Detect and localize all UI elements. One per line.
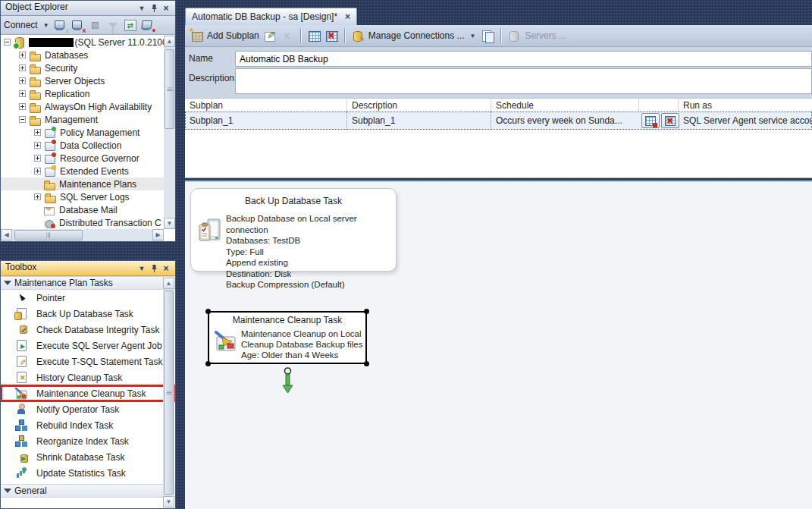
remove-schedule-icon[interactable] — [324, 29, 338, 42]
disconnect-database-button[interactable]: ● — [140, 18, 155, 33]
selection-handle[interactable] — [364, 361, 369, 366]
expand-icon[interactable] — [19, 52, 26, 58]
pin-icon[interactable] — [148, 263, 160, 274]
tree-item-data-collection[interactable]: Data Collection — [1, 139, 175, 152]
manage-connections-icon[interactable] — [351, 29, 365, 42]
toolbox-scrollbar[interactable]: ▲ ▼ — [163, 278, 174, 507]
connect-button[interactable]: Connect — [4, 20, 38, 30]
subplan-properties-icon[interactable] — [263, 29, 277, 42]
connect-dropdown-icon[interactable]: ▼ — [42, 22, 51, 29]
tree-item-maintenance-plans[interactable]: Maintenance Plans — [1, 178, 175, 190]
add-subplan-button[interactable]: Add Subplan — [207, 30, 259, 41]
window-position-icon[interactable]: ▼ — [136, 3, 148, 14]
manage-connections-button[interactable]: Manage Connections ... — [368, 30, 465, 41]
subplan-schedule-icon[interactable] — [307, 29, 321, 42]
toolbox-item-reorganize-index-task[interactable]: Reorganize Index Task — [1, 433, 175, 449]
precedence-arrow-icon[interactable] — [281, 367, 294, 397]
toolbox-item-rebuild-index-task[interactable]: Rebuild Index Task — [1, 417, 175, 433]
window-position-icon[interactable]: ▼ — [136, 263, 148, 274]
disconnect-server-button[interactable]: x — [71, 18, 86, 33]
cell-subplan[interactable]: Subplan_1 — [185, 112, 347, 130]
scroll-up-icon[interactable]: ▲ — [163, 278, 174, 289]
scroll-right-icon[interactable]: ▶ — [152, 229, 164, 240]
description-input[interactable] — [235, 68, 812, 94]
cell-description[interactable]: Subplan_1 — [347, 112, 491, 130]
scroll-down-icon[interactable]: ▼ — [164, 218, 175, 229]
toolbox-item-notify-operator-task[interactable]: Notify Operator Task — [1, 401, 175, 417]
expand-icon[interactable] — [34, 129, 41, 136]
collapse-icon[interactable] — [19, 116, 26, 123]
add-subplan-icon[interactable] — [190, 29, 203, 42]
tree-item-databases[interactable]: Databases — [1, 49, 175, 61]
remove-schedule-button[interactable] — [661, 113, 679, 128]
tree-horizontal-scrollbar[interactable]: ◀ ▶ — [1, 229, 164, 241]
connect-server-button[interactable]: ↓ — [53, 18, 68, 33]
maintenance-cleanup-task-box[interactable]: Maintenance Cleanup Task Maintenance Cle… — [208, 311, 367, 364]
toolbox-item-check-database-integrity-task[interactable]: Check Database Integrity Task — [1, 322, 175, 338]
expand-icon[interactable] — [19, 64, 26, 71]
tree-item-policy-management[interactable]: Policy Management — [1, 126, 175, 139]
toolbox-item-backup-database-task[interactable]: Back Up Database Task — [1, 306, 175, 322]
expand-icon[interactable] — [34, 142, 41, 149]
cell-schedule[interactable]: Occurs every week on Sunda... — [491, 112, 639, 130]
expand-icon[interactable] — [34, 155, 41, 162]
tree-item-security[interactable]: Security — [1, 61, 175, 74]
selection-handle[interactable] — [205, 361, 211, 366]
toolbox-item-shrink-database-task[interactable]: Shrink Database Task — [1, 449, 175, 465]
scroll-up-icon[interactable]: ▲ — [164, 36, 175, 47]
toolbox-titlebar[interactable]: Toolbox ▼ × — [1, 261, 175, 276]
toolbox-item-execute-tsql-statement[interactable]: Execute T-SQL Statement Task — [1, 353, 175, 369]
tree-item-extended-events[interactable]: Extended Events — [1, 165, 175, 178]
task-detail: Append existing — [226, 257, 396, 269]
expand-icon[interactable] — [34, 193, 41, 200]
tree-item-database-mail[interactable]: Database Mail — [1, 203, 175, 216]
toolbox-item-execute-sql-agent-job[interactable]: Execute SQL Server Agent Job ... — [1, 338, 175, 353]
toolbox-item-maintenance-cleanup-task[interactable]: Maintenance Cleanup Task — [1, 385, 175, 401]
design-surface[interactable]: Back Up Database Task Ba — [185, 182, 812, 509]
close-icon[interactable]: × — [160, 263, 172, 274]
toolbox-item-history-cleanup-task[interactable]: History Cleanup Task — [1, 369, 175, 385]
tree-item-distributed-transaction[interactable]: Distributed Transaction C — [1, 216, 175, 229]
column-header-run-as[interactable]: Run as — [679, 99, 812, 112]
expand-icon[interactable] — [19, 90, 26, 97]
expand-icon[interactable] — [19, 77, 26, 84]
backup-database-task-box[interactable]: Back Up Database Task Ba — [190, 188, 397, 272]
column-header-schedule[interactable]: Schedule — [491, 99, 639, 112]
column-header-subplan[interactable]: Subplan — [185, 99, 347, 112]
tree-item-replication[interactable]: Replication — [1, 87, 175, 100]
close-icon[interactable]: × — [160, 3, 172, 14]
collapse-icon[interactable] — [4, 39, 11, 46]
toolbox-group-general[interactable]: General — [1, 484, 175, 498]
tree-item-resource-governor[interactable]: Resource Governor — [1, 152, 175, 165]
column-header-description[interactable]: Description — [347, 99, 491, 112]
folder-icon — [43, 178, 55, 190]
expand-icon[interactable] — [19, 103, 26, 110]
tree-vertical-scrollbar[interactable]: ▲ ▼ — [164, 36, 175, 229]
tree-item-alwayson[interactable]: AlwaysOn High Availability — [1, 100, 175, 113]
filter-icon — [105, 18, 121, 33]
tab-automatic-db-backup[interactable]: Automatic DB Backup - sa [Design]* × — [185, 8, 357, 25]
toolbox-group-maintenance-plan-tasks[interactable]: Maintenance Plan Tasks — [1, 276, 175, 290]
refresh-button[interactable]: ⇄ — [123, 18, 138, 33]
tree-item-server-objects[interactable]: Server Objects — [1, 74, 175, 87]
chevron-down-icon[interactable]: ▼ — [468, 33, 477, 39]
subplan-row[interactable]: Subplan_1 Subplan_1 Occurs every week on… — [185, 112, 812, 130]
scroll-left-icon[interactable]: ◀ — [1, 229, 12, 240]
expand-icon[interactable] — [34, 168, 41, 174]
close-tab-icon[interactable]: × — [345, 12, 350, 21]
edit-schedule-button[interactable] — [641, 113, 660, 128]
scroll-down-icon[interactable]: ▼ — [163, 496, 174, 507]
tree-item-management[interactable]: Management — [1, 113, 175, 126]
tree-item-server[interactable]: (SQL Server 11.0.2100 - — [1, 36, 175, 49]
toolbox-item-pointer[interactable]: Pointer — [1, 290, 175, 306]
tree-item-sql-server-logs[interactable]: SQL Server Logs — [1, 190, 175, 203]
name-input[interactable] — [235, 51, 812, 67]
reporting-icon[interactable] — [481, 29, 494, 42]
selection-handle[interactable] — [364, 309, 369, 314]
pin-icon[interactable] — [148, 3, 160, 14]
cell-run-as[interactable]: SQL Server Agent service account — [679, 112, 812, 130]
object-explorer-titlebar[interactable]: Object Explorer ▼ × — [1, 1, 175, 16]
selection-handle[interactable] — [205, 309, 211, 314]
toolbox-item-update-statistics-task[interactable]: Update Statistics Task — [1, 465, 175, 481]
task-detail: Age: Older than 4 Weeks — [241, 350, 362, 360]
